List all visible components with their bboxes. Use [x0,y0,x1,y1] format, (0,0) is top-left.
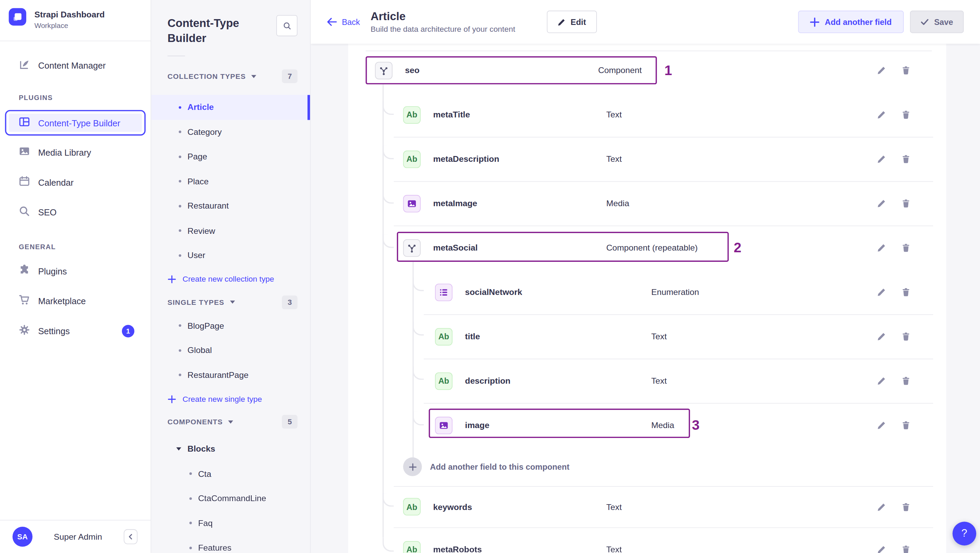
media-field-icon [403,195,421,212]
trash-icon [901,288,910,297]
trash-icon [901,199,910,208]
edit-field-button[interactable] [873,499,889,515]
sidebar-item[interactable]: Restaurant [151,194,310,218]
field-list: Ab seo Component 1 [348,48,947,553]
delete-field-button[interactable] [897,195,914,211]
delete-field-button[interactable] [897,62,914,78]
sidebar-item[interactable]: User [151,243,310,268]
trash-icon [901,545,910,553]
field-name: metaDescription [433,154,499,164]
sidebar-item-calendar[interactable]: Calendar [0,168,151,198]
sidebar-item[interactable]: Place [151,169,310,194]
components-header[interactable]: COMPONENTS 5 [151,411,310,433]
annotation-number: 2 [734,240,741,256]
delete-field-button[interactable] [897,240,914,256]
image: Ab image Media 3 [348,403,947,448]
sidebar-item[interactable]: Global [151,338,310,362]
edit-field-button[interactable] [873,62,889,78]
sidebar-item-label: User [188,251,205,260]
sidebar-item-label: Faq [198,518,213,528]
edit-field-button[interactable] [873,417,889,434]
edit-field-button[interactable] [873,284,889,300]
section-label: COMPONENTS [168,418,223,426]
sidebar-item[interactable]: Cta [151,461,310,486]
workspace-subtitle: Workplace [35,22,68,29]
sidebar-item-settings[interactable]: Settings 1 [0,316,151,346]
metaImage: Ab metaImage Media [348,181,947,226]
edit-button[interactable]: Edit [547,11,597,33]
sidebar-item-content-manager[interactable]: Content Manager [0,51,151,81]
trash-icon [901,376,910,385]
sidebar-item-plugins[interactable]: Plugins [0,256,151,286]
help-button[interactable]: ? [952,521,976,545]
edit-field-button[interactable] [873,151,889,167]
sidebar-item[interactable]: CtaCommandLine [151,486,310,511]
pencil-icon [877,65,886,75]
edit-field-button[interactable] [873,195,889,211]
sidebar-item[interactable]: Review [151,218,310,243]
pencil-icon [877,288,886,297]
delete-field-button[interactable] [897,373,914,389]
single-types-header[interactable]: SINGLE TYPES 3 [151,291,310,313]
fields-card: Ab seo Component 1 [348,44,947,553]
delete-field-button[interactable] [897,284,914,300]
save-button-label: Save [934,17,953,26]
component-category-blocks[interactable]: Blocks [151,437,310,461]
field-name: image [465,421,489,430]
sidebar-item[interactable]: Category [151,120,310,145]
bullet-icon [189,522,192,524]
bullet-icon [178,374,181,376]
edit-field-button[interactable] [873,541,889,553]
delete-field-button[interactable] [897,417,914,434]
collapse-sidebar-button[interactable] [124,529,137,544]
edit-field-button[interactable] [873,106,889,123]
media-library-icon [18,145,31,160]
collection-types-header[interactable]: COLLECTION TYPES 7 [151,65,310,87]
sidebar-item-label: Page [188,152,207,161]
sidebar-item-label: Media Library [38,148,91,157]
delete-field-button[interactable] [897,541,914,553]
sidebar-item[interactable]: RestaurantPage [151,363,310,388]
metaRobots: Ab metaRobots Text [348,528,947,553]
field-name: keywords [433,502,472,512]
chevron-down-icon [176,448,181,451]
field-type: Text [606,110,622,119]
nav-section-plugins: PLUGINS [0,88,151,107]
delete-field-button[interactable] [897,499,914,515]
save-button[interactable]: Save [910,11,964,33]
field-name: metaSocial [433,243,477,252]
create-collection-type-link[interactable]: Create new collection type [151,268,310,291]
field-type: Media [606,199,629,208]
sidebar-item[interactable]: BlogPage [151,313,310,338]
sidebar-item-seo[interactable]: SEO [0,197,151,227]
delete-field-button[interactable] [897,106,914,123]
metaDescription: Ab metaDescription Text [348,137,947,181]
back-link[interactable]: Back [326,17,360,27]
sidebar-item-marketplace[interactable]: Marketplace [0,286,151,316]
back-label: Back [342,17,360,26]
sidebar-item[interactable]: Faq [151,511,310,535]
nav-section-general: GENERAL [0,238,151,256]
pencil-icon [877,243,886,252]
edit-field-button[interactable] [873,328,889,345]
user-footer: SA Super Admin [0,520,151,553]
delete-field-button[interactable] [897,151,914,167]
delete-field-button[interactable] [897,328,914,345]
edit-field-button[interactable] [873,240,889,256]
edit-field-button[interactable] [873,373,889,389]
field-type: Component [598,65,642,75]
field-type: Text [606,154,622,164]
bullet-icon [178,349,181,351]
sidebar-item[interactable]: Article [151,95,310,119]
add-field-plus-icon[interactable] [403,458,422,476]
annotation-number: 1 [665,62,672,78]
field-type: Text [606,545,622,553]
sidebar-item[interactable]: Features [151,536,310,553]
sidebar-item[interactable]: Page [151,145,310,169]
search-button[interactable] [276,15,298,36]
sidebar-item-media-library[interactable]: Media Library [0,138,151,168]
sidebar-item-content-type-builder[interactable]: Content-Type Builder [5,110,146,135]
add-another-field-button[interactable]: Add another field [798,11,904,33]
create-single-type-link[interactable]: Create new single type [151,388,310,411]
sidebar-item-label: Review [188,226,215,235]
